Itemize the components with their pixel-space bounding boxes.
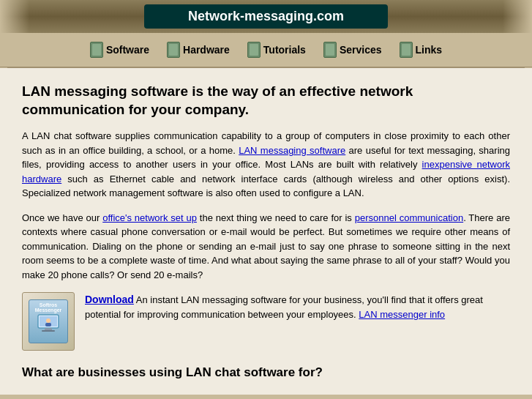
product-label: SoftrosMessenger (29, 302, 67, 313)
hardware-nav-icon (167, 42, 180, 58)
svg-rect-3 (42, 330, 55, 332)
services-nav-icon (323, 42, 337, 58)
download-section: SoftrosMessenger Download An instant LAN… (22, 292, 510, 351)
main-heading: LAN messaging software is the way of an … (22, 83, 510, 119)
header-title-box: Network-messaging.com (144, 4, 388, 29)
para2-text-a: Once we have our (22, 212, 102, 223)
lan-messaging-software-link[interactable]: LAN messaging software (239, 145, 345, 156)
nav-label-links: Links (416, 44, 443, 56)
links-nav-icon (400, 42, 413, 58)
nav-item-software[interactable]: Software (83, 39, 157, 61)
computer-icon (35, 313, 61, 335)
nav-item-links[interactable]: Links (392, 39, 450, 61)
svg-point-4 (46, 318, 50, 323)
paragraph-2: Once we have our office's network set up… (22, 211, 510, 283)
paragraph-1: A LAN chat software supplies communicati… (22, 129, 510, 201)
header-banner: Network-messaging.com (0, 0, 532, 33)
nav-item-services[interactable]: Services (316, 39, 389, 61)
main-content: LAN messaging software is the way of an … (0, 68, 532, 395)
para1-text-c: such as Ethernet cable and network inter… (22, 174, 510, 199)
svg-rect-5 (45, 323, 51, 327)
lan-messenger-info-link[interactable]: LAN messenger info (359, 309, 445, 320)
download-link[interactable]: Download (85, 294, 134, 305)
site-title: Network-messaging.com (188, 9, 344, 23)
para2-text-b: the next thing we need to care for is (197, 212, 355, 223)
bottom-heading: What are businesses using LAN chat softw… (22, 365, 510, 380)
nav-label-tutorials: Tutorials (263, 44, 306, 56)
navbar: Software Hardware Tutorials Services Lin… (0, 33, 532, 67)
personnel-communication-link[interactable]: personnel communication (355, 212, 463, 223)
tutorials-nav-icon (247, 42, 261, 58)
product-image: SoftrosMessenger (22, 292, 75, 351)
product-image-inner: SoftrosMessenger (29, 299, 68, 343)
nav-item-tutorials[interactable]: Tutorials (240, 39, 313, 61)
office-network-link[interactable]: office's network set up (102, 212, 197, 223)
svg-rect-2 (45, 328, 52, 330)
nav-item-hardware[interactable]: Hardware (160, 39, 237, 61)
download-text-block: Download An instant LAN messaging softwa… (85, 292, 510, 322)
nav-label-software: Software (106, 44, 149, 56)
nav-label-services: Services (340, 44, 382, 56)
software-nav-icon (90, 42, 103, 58)
nav-label-hardware: Hardware (183, 44, 230, 56)
